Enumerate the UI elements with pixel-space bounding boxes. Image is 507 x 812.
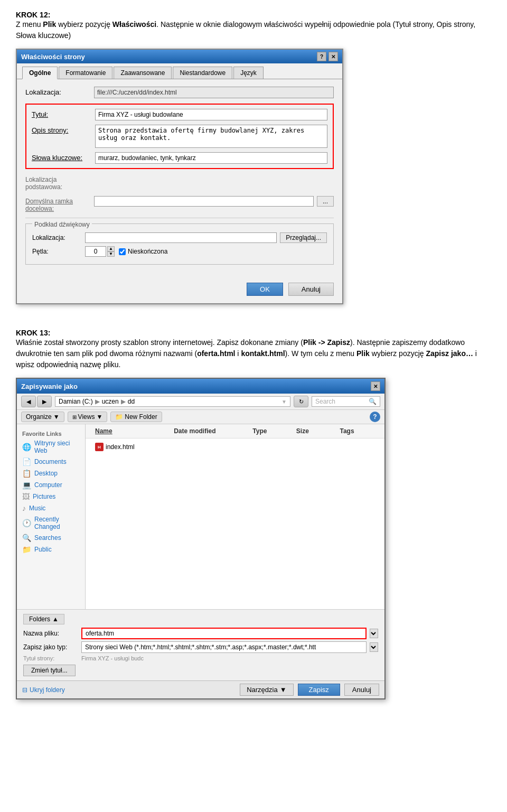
footer-type-input[interactable] <box>81 641 367 653</box>
recently-changed-icon: 🕐 <box>22 519 31 527</box>
sidebar-section-label: Favorite Links <box>17 428 85 438</box>
help-btn[interactable]: ? <box>370 412 380 422</box>
sidebar-item-music[interactable]: ♪ Music <box>17 502 85 514</box>
hide-folders-btn[interactable]: ⊟ Ukryj foldery <box>22 686 65 694</box>
zapisz-btn[interactable]: Zapisz <box>298 684 340 696</box>
tab-ogolne[interactable]: Ogólne <box>22 67 58 79</box>
petla-input[interactable] <box>85 246 106 257</box>
domyslna-label: Domyślna ramka docelowa: <box>25 196 94 212</box>
petla-down-btn[interactable]: ▼ <box>107 251 115 257</box>
witryny-link[interactable]: Witryny sieci Web <box>34 440 80 454</box>
opis-label: Opis strony: <box>32 125 95 134</box>
dialog1-tabs: Ogólne Formatowanie Zaawansowane Niestan… <box>17 63 342 79</box>
col-date[interactable]: Date modified <box>170 426 248 436</box>
tab-formatowanie[interactable]: Formatowanie <box>59 67 112 79</box>
search-placeholder: Search <box>315 398 369 405</box>
footer-filename-input[interactable] <box>81 628 367 639</box>
sound-group-title: Podkład dźwiękowy <box>32 221 92 228</box>
file-row-indexhtml[interactable]: H index.html <box>91 442 379 452</box>
path-bar[interactable]: Damian (C:) ▶ uczen ▶ dd ▼ <box>55 396 290 407</box>
lokalizacja-label: Lokalizacja: <box>25 87 94 96</box>
opis-row: Opis strony: Strona przedstawia ofertę f… <box>32 125 327 148</box>
search-icon[interactable]: 🔍 <box>369 398 377 405</box>
domyslna-input[interactable] <box>94 196 314 207</box>
views-icon: ⊞ <box>72 414 77 420</box>
tab-niestandardowe[interactable]: Niestandardowe <box>173 67 232 79</box>
path-dropdown-arrow[interactable]: ▼ <box>281 399 287 405</box>
organize-arrow: ▼ <box>53 413 60 421</box>
anuluj-button[interactable]: Anuluj <box>288 283 334 296</box>
nieskonczona-checkbox[interactable] <box>119 248 126 255</box>
folders-toggle-btn[interactable]: Folders ▲ <box>23 614 64 624</box>
tab-jezyk[interactable]: Język <box>233 67 264 79</box>
back-btn[interactable]: ◀ <box>21 396 36 407</box>
narzedzia-btn[interactable]: Narzędzia ▼ <box>240 684 293 696</box>
anuluj-save-btn[interactable]: Anuluj <box>344 684 379 696</box>
searches-link[interactable]: Searches <box>34 534 61 542</box>
sidebar-item-searches[interactable]: 🔍 Searches <box>17 532 85 544</box>
przegladaj-btn[interactable]: Przeglądaj... <box>280 232 327 243</box>
step13-text: Właśnie został stworzony prosty szablon … <box>16 337 491 370</box>
organize-btn[interactable]: Organize ▼ <box>21 412 64 422</box>
opis-textarea[interactable]: Strona przedstawia ofertę firmy budowlan… <box>95 125 327 148</box>
footer-title-row: Tytuł strony: Firma XYZ - usługi budc <box>23 655 378 661</box>
sidebar-item-public[interactable]: 📁 Public <box>17 544 85 555</box>
footer-filename-dropdown[interactable]: ▼ <box>370 629 378 638</box>
tytul-label: Tytuł: <box>32 109 95 118</box>
forward-btn[interactable]: ▶ <box>37 396 52 407</box>
footer-filename-row: Nazwa pliku: ▼ <box>23 628 378 639</box>
search-bar[interactable]: Search 🔍 <box>312 396 380 407</box>
domyslna-browse-btn[interactable]: ... <box>317 196 334 207</box>
dialog1-titlebar: Właściwości strony ? ✕ <box>17 50 342 63</box>
tab-zaawansowane[interactable]: Zaawansowane <box>114 67 172 79</box>
sound-group-body: Lokalizacja: Przeglądaj... Pętla: ▲ ▼ Ni… <box>32 232 327 257</box>
sound-lokalizacja-input[interactable] <box>85 232 277 243</box>
public-link[interactable]: Public <box>34 546 52 553</box>
zmien-tytul-btn[interactable]: Zmień tytuł... <box>23 665 76 676</box>
music-link[interactable]: Music <box>29 505 45 512</box>
sidebar-item-desktop[interactable]: 📋 Desktop <box>17 468 85 479</box>
pictures-icon: 🖼 <box>22 492 30 501</box>
col-size[interactable]: Size <box>292 426 336 436</box>
dialog1-close-btn[interactable]: ✕ <box>328 52 338 61</box>
chevron-up-icon: ▲ <box>52 615 59 623</box>
new-folder-btn[interactable]: 📁 New Folder <box>110 412 162 422</box>
save-dialog-close-btn[interactable]: ✕ <box>371 381 380 391</box>
save-dialog-nav-toolbar: ◀ ▶ Damian (C:) ▶ uczen ▶ dd ▼ ↻ Search … <box>17 394 384 410</box>
computer-icon: 💻 <box>22 481 31 489</box>
folders-toggle-row: Folders ▲ <box>23 614 378 624</box>
dialog1-help-btn[interactable]: ? <box>317 52 326 61</box>
sidebar-item-pictures[interactable]: 🖼 Pictures <box>17 491 85 502</box>
petla-up-btn[interactable]: ▲ <box>107 246 115 251</box>
save-dialog-titlebar: Zapisywanie jako ✕ <box>17 379 384 394</box>
sidebar-item-computer[interactable]: 💻 Computer <box>17 479 85 491</box>
dialog1-titlebar-buttons: ? ✕ <box>317 52 338 61</box>
tytul-row: Tytuł: <box>32 109 327 120</box>
step13-heading: KROK 13: <box>16 329 491 337</box>
documents-link[interactable]: Documents <box>34 458 67 465</box>
slowa-input[interactable] <box>95 152 327 164</box>
desktop-link[interactable]: Desktop <box>34 470 58 477</box>
path-arrow1: ▶ <box>95 398 100 405</box>
globe-icon: 🌐 <box>22 443 31 451</box>
footer-type-dropdown[interactable]: ▼ <box>370 642 378 652</box>
pictures-link[interactable]: Pictures <box>33 493 55 500</box>
sidebar-item-documents[interactable]: 📄 Documents <box>17 456 85 468</box>
col-type[interactable]: Type <box>248 426 292 436</box>
sidebar-item-witryny[interactable]: 🌐 Witryny sieci Web <box>17 438 85 456</box>
computer-link[interactable]: Computer <box>34 481 62 489</box>
documents-icon: 📄 <box>22 458 31 466</box>
sidebar-item-recently-changed[interactable]: 🕐 Recently Changed <box>17 514 85 532</box>
recently-changed-link[interactable]: Recently Changed <box>34 516 80 530</box>
save-dialog-titlebar-buttons: ✕ <box>371 381 380 391</box>
footer-title-value: Firma XYZ - usługi budc <box>81 655 144 661</box>
refresh-btn[interactable]: ↻ <box>294 396 308 407</box>
col-name[interactable]: Name <box>91 426 170 436</box>
tytul-input[interactable] <box>95 109 327 120</box>
path-part3: dd <box>128 398 135 405</box>
petla-spinner: ▲ ▼ <box>107 246 115 257</box>
views-btn[interactable]: ⊞ Views ▼ <box>68 412 108 422</box>
ok-button[interactable]: OK <box>247 283 283 296</box>
col-tags[interactable]: Tags <box>335 426 379 436</box>
save-dialog-title: Zapisywanie jako <box>21 382 78 390</box>
